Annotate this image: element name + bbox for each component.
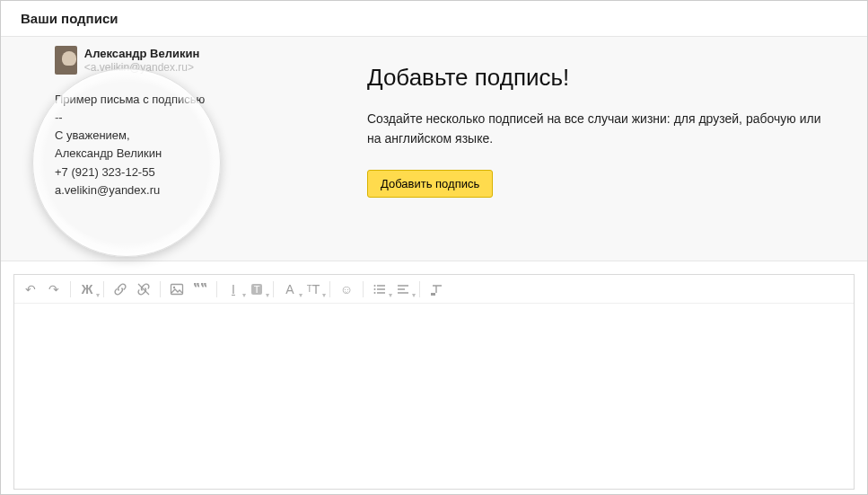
font-family-icon[interactable]: A▾	[279, 278, 301, 300]
link-icon[interactable]	[110, 278, 131, 300]
bold-icon[interactable]: Ж▾	[76, 278, 98, 300]
example-mail: a.velikin@yandex.ru	[55, 181, 261, 199]
example-header: Александр Великин <a.velikin@yandex.ru>	[55, 46, 261, 75]
add-signature-button[interactable]: Добавить подпись	[367, 170, 493, 198]
example-fullname: Александр Великин	[55, 145, 261, 163]
editor-toolbar: ↶ ↷ Ж▾ ‟‟ I▾ T▾ A▾ TT▾ ☺	[14, 275, 854, 304]
list-icon[interactable]: ▾	[369, 278, 390, 300]
promo-text-block: Добавьте подпись! Создайте несколько под…	[367, 64, 834, 198]
toolbar-separator	[216, 281, 217, 297]
toolbar-separator	[160, 281, 161, 297]
toolbar-separator	[419, 281, 420, 297]
example-sender-email: <a.velikin@yandex.ru>	[84, 61, 194, 74]
align-icon[interactable]: ▾	[392, 278, 414, 300]
example-phone: +7 (921) 323-12-55	[55, 164, 261, 181]
toolbar-separator	[273, 281, 274, 297]
text-color-icon[interactable]: I▾	[223, 278, 244, 300]
svg-point-2	[374, 285, 376, 287]
bg-color-icon[interactable]: T▾	[246, 278, 267, 300]
example-subject: Пример письма с подписью	[55, 91, 261, 109]
redo-icon[interactable]: ↷	[43, 278, 65, 300]
signature-example: Александр Великин <a.velikin@yandex.ru> …	[55, 46, 261, 199]
toolbar-separator	[329, 281, 330, 297]
page-title: Ваши подписи	[1, 1, 867, 37]
avatar	[55, 46, 77, 75]
signature-textarea[interactable]	[14, 304, 854, 489]
font-size-icon[interactable]: TT▾	[302, 278, 324, 300]
app-frame: Ваши подписи Александр Великин <a.veliki…	[0, 0, 868, 495]
image-icon[interactable]	[166, 278, 188, 300]
toolbar-separator	[363, 281, 364, 297]
promo-title: Добавьте подпись!	[367, 64, 834, 92]
signature-editor: ↶ ↷ Ж▾ ‟‟ I▾ T▾ A▾ TT▾ ☺	[13, 274, 855, 490]
clear-format-icon[interactable]	[425, 278, 447, 300]
unlink-icon[interactable]	[133, 278, 154, 300]
signature-promo-panel: Александр Великин <a.velikin@yandex.ru> …	[1, 37, 867, 261]
svg-point-3	[374, 288, 376, 290]
quote-icon[interactable]: ‟‟	[189, 278, 211, 300]
undo-icon[interactable]: ↶	[20, 278, 41, 300]
svg-point-4	[374, 292, 376, 294]
svg-rect-5	[431, 293, 435, 296]
svg-point-1	[173, 286, 175, 287]
example-separator: --	[55, 109, 261, 127]
emoji-icon[interactable]: ☺	[336, 278, 357, 300]
example-greeting: С уважением,	[55, 127, 261, 145]
example-body: Пример письма с подписью -- С уважением,…	[55, 91, 261, 199]
promo-description: Создайте несколько подписей на все случа…	[367, 110, 834, 148]
toolbar-separator	[70, 281, 71, 297]
svg-rect-0	[171, 284, 183, 294]
example-sender-name: Александр Великин	[84, 47, 200, 60]
toolbar-separator	[103, 281, 104, 297]
